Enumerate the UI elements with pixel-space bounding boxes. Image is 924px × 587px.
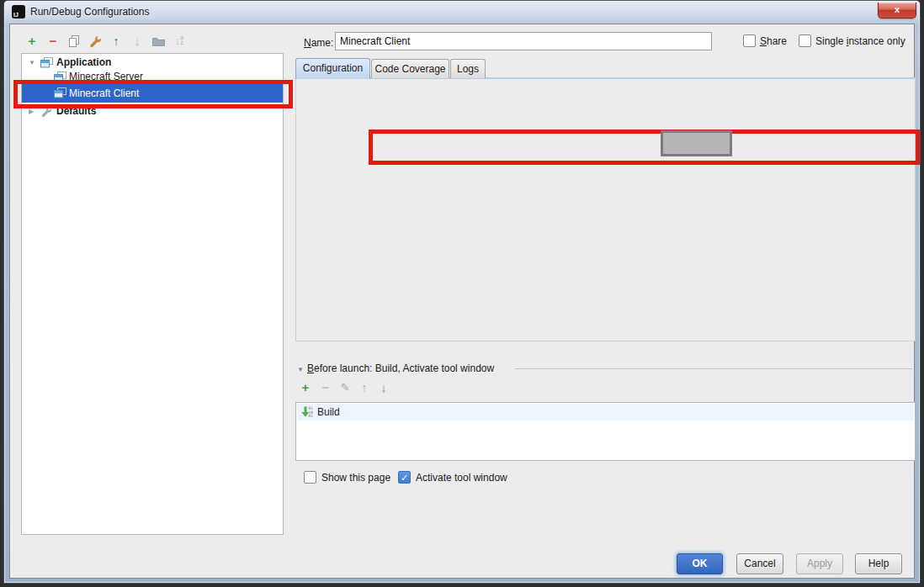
help-button[interactable]: Help — [855, 553, 902, 574]
before-launch-move-down-icon[interactable]: ↓ — [376, 379, 391, 394]
run-debug-configurations-window: IJ Run/Debug Configurations x + − ↑ ↓ ↓ … — [3, 0, 921, 584]
screen: IJ Run/Debug Configurations x + − ↑ ↓ ↓ … — [0, 0, 924, 587]
before-launch-header: Before launch: Build, Activate tool wind… — [307, 362, 494, 374]
share-label: Share — [760, 35, 787, 47]
activate-tool-window-label: Activate tool window — [416, 472, 507, 484]
move-down-icon[interactable]: ↓ — [130, 33, 145, 48]
before-launch-add-icon[interactable]: + — [298, 379, 313, 394]
configuration-tab-panel — [295, 77, 916, 341]
tree-item-label: Defaults — [56, 105, 96, 117]
single-instance-label: Single instance only — [815, 35, 905, 47]
edit-defaults-wrench-icon[interactable] — [88, 34, 103, 49]
password-redaction-box — [661, 130, 732, 156]
tree-item-minecraft-client[interactable]: Minecraft Client — [22, 84, 283, 103]
application-icon — [54, 87, 66, 98]
create-folder-icon[interactable] — [151, 34, 166, 49]
tree-item-minecraft-server[interactable]: Minecraft Server — [22, 70, 283, 84]
name-input[interactable]: Minecraft Client — [335, 32, 712, 50]
show-this-page-label: Show this page — [321, 472, 390, 484]
close-window-button[interactable]: x — [878, 3, 916, 19]
build-icon: 011001 — [300, 405, 314, 419]
sort-configurations-icon[interactable]: ↓ az — [172, 33, 187, 48]
tree-item-application[interactable]: ▼ Application — [22, 56, 283, 70]
chevron-right-icon[interactable]: ▶ — [29, 108, 34, 115]
check-icon: ✓ — [401, 473, 408, 483]
before-launch-list: 011001 Build — [295, 402, 916, 461]
wrench-icon — [40, 106, 52, 118]
apply-button[interactable]: Apply — [796, 553, 843, 574]
before-launch-remove-icon[interactable]: − — [318, 379, 333, 394]
configurations-tree-panel: ▼ Application Minecraft Server Minecraft… — [21, 53, 284, 535]
copy-configuration-icon[interactable] — [66, 34, 82, 49]
add-configuration-icon[interactable]: + — [24, 33, 40, 48]
ok-button[interactable]: OK — [677, 553, 723, 574]
application-icon — [40, 57, 53, 68]
tab-code-coverage[interactable]: Code Coverage — [371, 59, 449, 78]
chevron-down-icon[interactable]: ▼ — [29, 59, 35, 66]
window-title: Run/Debug Configurations — [30, 6, 149, 18]
collapse-section-icon[interactable]: ▼ — [297, 366, 304, 373]
tree-item-label: Minecraft Client — [69, 87, 139, 99]
before-launch-item-label: Build — [317, 406, 340, 418]
remove-configuration-icon[interactable]: − — [45, 33, 61, 48]
move-up-icon[interactable]: ↑ — [109, 33, 124, 48]
before-launch-move-up-icon[interactable]: ↑ — [357, 379, 372, 394]
cancel-button[interactable]: Cancel — [736, 553, 783, 574]
svg-text:01: 01 — [309, 414, 314, 418]
tree-item-defaults[interactable]: ▶ Defaults — [22, 104, 283, 119]
titlebar[interactable]: IJ Run/Debug Configurations — [4, 1, 920, 23]
dialog-body: + − ↑ ↓ ↓ az ▼ Application — [9, 24, 915, 579]
before-launch-item-build[interactable]: 011001 Build — [297, 404, 914, 420]
tree-item-label: Minecraft Server — [69, 71, 143, 82]
show-this-page-checkbox[interactable] — [304, 471, 316, 484]
tab-logs[interactable]: Logs — [450, 59, 486, 78]
tree-item-label: Application — [56, 56, 111, 68]
section-divider — [515, 368, 912, 369]
intellij-logo-icon: IJ — [12, 5, 25, 19]
name-label: Name: — [304, 37, 333, 49]
single-instance-checkbox[interactable] — [799, 34, 811, 47]
activate-tool-window-checkbox[interactable]: ✓ — [398, 471, 411, 484]
share-checkbox[interactable] — [743, 34, 756, 47]
before-launch-edit-icon[interactable]: ✎ — [337, 379, 353, 394]
application-icon — [54, 71, 66, 82]
tab-configuration[interactable]: Configuration — [295, 58, 370, 79]
